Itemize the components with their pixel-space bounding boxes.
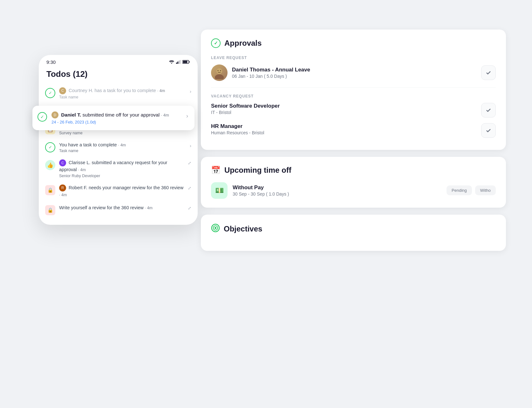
check-circle-icon: ✓ bbox=[211, 38, 221, 48]
todo-popup[interactable]: ✓ D Daniel T. submitted time off for you… bbox=[32, 106, 194, 130]
phone-status-icons bbox=[169, 60, 190, 64]
leave-request-row: Daniel Thomas - Annual Leave 06 Jan - 10… bbox=[211, 64, 496, 81]
phone-card: 9:30 Todos (1 bbox=[39, 55, 198, 225]
timeoff-actions: Pending Witho bbox=[447, 185, 496, 195]
pending-badge: Pending bbox=[447, 185, 472, 195]
thumbsup-icon: 👍 bbox=[45, 160, 55, 170]
with-badge: Witho bbox=[475, 185, 496, 195]
timeoff-card: 📅 Upcoming time off 💵 Without Pay 30 Sep… bbox=[201, 157, 506, 208]
signal-icon bbox=[176, 60, 181, 64]
phone-title: Todos (12) bbox=[39, 67, 198, 84]
approve-vacancy-1-button[interactable] bbox=[481, 103, 496, 117]
svg-rect-6 bbox=[189, 61, 190, 63]
status-bar: 9:30 bbox=[39, 55, 198, 67]
objectives-title: Objectives bbox=[224, 224, 262, 233]
svg-point-14 bbox=[215, 227, 216, 229]
timeoff-row: 💵 Without Pay 30 Sep - 30 Sep ( 1.0 Days… bbox=[211, 182, 496, 199]
external-link-icon: ⤢ bbox=[188, 161, 191, 165]
calendar-icon: 📅 bbox=[211, 166, 221, 175]
avatar: D bbox=[51, 111, 58, 118]
list-item[interactable]: 🔒 Write yourself a review for the 360 re… bbox=[41, 201, 195, 218]
check-icon: ✓ bbox=[45, 88, 55, 98]
divider bbox=[211, 87, 496, 88]
approve-leave-button[interactable] bbox=[481, 65, 496, 80]
check-circle: ✓ bbox=[38, 112, 47, 122]
review-icon: 🔒 bbox=[45, 205, 55, 215]
avatar bbox=[211, 64, 228, 81]
wifi-icon bbox=[169, 60, 174, 64]
list-item[interactable]: 🔒 R Robert F. needs your manager review … bbox=[41, 181, 195, 201]
phone-time: 9:30 bbox=[46, 59, 56, 65]
objectives-card: Objectives bbox=[201, 215, 506, 251]
review-icon: 🔒 bbox=[45, 185, 55, 195]
right-panel: ✓ Approvals LEAVE REQUEST Daniel bbox=[201, 30, 506, 251]
chevron-right-icon: › bbox=[190, 89, 191, 94]
svg-rect-3 bbox=[179, 61, 180, 64]
svg-point-10 bbox=[218, 70, 219, 71]
svg-rect-2 bbox=[177, 62, 178, 64]
approve-vacancy-2-button[interactable] bbox=[481, 123, 496, 138]
money-icon: 💵 bbox=[211, 182, 228, 199]
svg-point-8 bbox=[216, 68, 222, 74]
list-item[interactable]: ✓ You have a task to complete · 4m Task … bbox=[41, 138, 195, 157]
svg-point-9 bbox=[215, 74, 224, 79]
approvals-title: Approvals bbox=[224, 39, 262, 48]
avatar: C bbox=[59, 87, 66, 94]
svg-rect-7 bbox=[183, 61, 188, 63]
list-item[interactable]: ✓ C Courtney H. has a task for you to co… bbox=[41, 84, 195, 103]
avatar: C bbox=[59, 159, 66, 166]
vacancy-request-label: VACANCY REQUEST bbox=[211, 94, 496, 98]
svg-point-0 bbox=[171, 63, 172, 64]
chevron-right-icon: › bbox=[190, 143, 191, 148]
vacancy-row-2: HR Manager Human Resources - Bristol bbox=[211, 123, 496, 141]
battery-icon bbox=[182, 60, 190, 64]
external-link-icon: ⤢ bbox=[188, 206, 191, 211]
external-link-icon: ⤢ bbox=[188, 186, 191, 191]
svg-point-11 bbox=[220, 70, 221, 71]
timeoff-header: 📅 Upcoming time off bbox=[211, 166, 496, 175]
svg-rect-4 bbox=[180, 60, 181, 64]
avatar: R bbox=[59, 184, 66, 191]
chevron-right-icon: › bbox=[186, 113, 188, 119]
approvals-card: ✓ Approvals LEAVE REQUEST Daniel bbox=[201, 30, 506, 150]
target-icon bbox=[211, 224, 220, 234]
vacancy-row-1: Senior Software Developer IT - Bristol bbox=[211, 103, 496, 121]
timeoff-title: Upcoming time off bbox=[224, 166, 291, 175]
leave-request-label: LEAVE REQUEST bbox=[211, 56, 496, 60]
svg-rect-1 bbox=[176, 63, 177, 64]
approvals-header: ✓ Approvals bbox=[211, 38, 496, 48]
objectives-header: Objectives bbox=[211, 224, 496, 234]
check-icon: ✓ bbox=[45, 142, 55, 152]
todo-list: ✓ C Courtney H. has a task for you to co… bbox=[39, 84, 198, 218]
list-item[interactable]: 👍 C Clarisse L. submitted a vacancy requ… bbox=[41, 156, 195, 181]
